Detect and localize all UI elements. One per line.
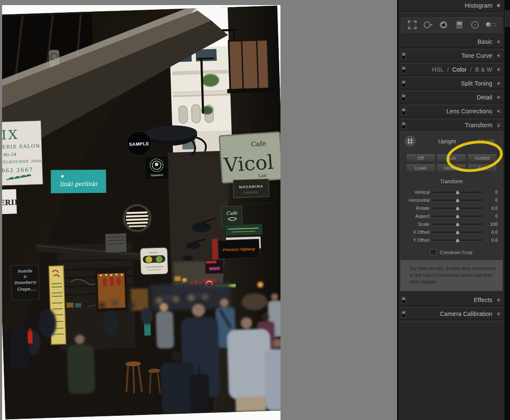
- svg-text:Crepe: Crepe: [17, 286, 31, 292]
- slider-value[interactable]: 100: [483, 222, 498, 227]
- upright-vertical-button[interactable]: Vertical: [437, 164, 466, 172]
- divider: [400, 319, 503, 322]
- panel-scrollbar-thumb[interactable]: [505, 10, 510, 27]
- slider-vertical: Vertical 0: [401, 188, 502, 196]
- panel-scrollbar-track[interactable]: [505, 0, 510, 420]
- slider-value[interactable]: 0.0: [483, 206, 498, 211]
- upright-full-button[interactable]: Full: [467, 164, 497, 172]
- panel-header-hsl-color-bw[interactable]: HSL / Color / B & W: [398, 64, 505, 75]
- upright-guided-button[interactable]: Guided: [467, 154, 497, 162]
- slider-value[interactable]: 0: [483, 214, 498, 219]
- slider-thumb[interactable]: [456, 190, 459, 194]
- slider-horizontal: Horizontal 0: [401, 196, 502, 204]
- hsl-separator: /: [470, 66, 472, 73]
- slider-track[interactable]: [433, 190, 483, 194]
- slider-thumb[interactable]: [456, 230, 459, 234]
- svg-text:&: &: [23, 275, 27, 279]
- hawkers-sign: Hawkers: [145, 156, 169, 179]
- svg-text:linki gerlinki: linki gerlinki: [60, 180, 98, 187]
- slider-track[interactable]: [433, 230, 483, 234]
- upright-level-button[interactable]: Level: [406, 164, 435, 172]
- slider-label: Vertical: [405, 190, 430, 195]
- panel-switch-toggle[interactable]: [401, 66, 406, 73]
- upright-grid-icon[interactable]: [405, 136, 416, 147]
- color-label[interactable]: Color: [452, 66, 467, 73]
- buho-goggles-sign: BUHO: [140, 248, 168, 275]
- transform-label: Transform: [465, 122, 492, 128]
- radial-filter-icon[interactable]: [469, 19, 481, 31]
- panel-header-tone-curve[interactable]: Tone Curve: [398, 50, 505, 61]
- hsl-label[interactable]: HSL: [432, 66, 444, 73]
- panel-header-transform[interactable]: Transform: [398, 119, 505, 131]
- slider-thumb[interactable]: [456, 222, 459, 226]
- slider-value[interactable]: 0: [483, 198, 498, 203]
- panel-header-split-toning[interactable]: Split Toning: [398, 78, 505, 89]
- slider-track[interactable]: [433, 222, 483, 226]
- slider-value[interactable]: 0: [483, 190, 498, 195]
- slider-track[interactable]: [433, 198, 483, 202]
- photo-canvas: IX PERIE SALON No 24 MELBOURNE 3000 662 …: [2, 5, 280, 420]
- panel-header-detail[interactable]: Detail: [398, 91, 505, 103]
- panel-header-histogram[interactable]: Histogram: [398, 0, 505, 11]
- upright-hint-text: For best results, enable lens correction…: [401, 260, 502, 291]
- slider-thumb[interactable]: [456, 206, 459, 210]
- panel-switch-toggle[interactable]: [401, 297, 406, 304]
- svg-text:SAMPLE: SAMPLE: [129, 141, 149, 147]
- madamima-sign: MADAMIMA COFFEE: [233, 179, 269, 198]
- collapse-left-icon: [495, 95, 502, 100]
- panel-switch-toggle[interactable]: [401, 94, 406, 101]
- slider-thumb[interactable]: [456, 214, 459, 218]
- slider-y-offset: Y Offset 0.0: [401, 236, 502, 244]
- expand-down-icon: [495, 123, 502, 128]
- upright-label: Upright: [416, 138, 478, 144]
- sample-sign: SAMPLE: [126, 131, 152, 156]
- detail-label: Detail: [477, 94, 492, 101]
- svg-text:Hawkers: Hawkers: [151, 173, 163, 177]
- red-eye-icon[interactable]: [438, 19, 449, 31]
- collapse-left-icon: [495, 109, 502, 114]
- svg-text:Lan: Lan: [258, 173, 267, 178]
- collapse-left-icon: [495, 39, 502, 44]
- panel-switch-toggle[interactable]: [401, 108, 406, 115]
- slider-track[interactable]: [433, 206, 483, 210]
- svg-text:mini: mini: [209, 265, 220, 272]
- bw-label[interactable]: B & W: [475, 66, 492, 73]
- panel-header-basic[interactable]: Basic: [398, 36, 505, 47]
- adjustment-brush-icon[interactable]: [485, 19, 497, 31]
- slider-thumb[interactable]: [456, 198, 459, 202]
- slider-track[interactable]: [433, 214, 483, 218]
- panel-content: Histogram: [398, 0, 505, 420]
- crop-overlay-icon[interactable]: [406, 19, 418, 31]
- transform-panel-body: Upright Update Off Auto Guided Level Ver…: [400, 131, 503, 291]
- panel-switch-toggle[interactable]: [401, 122, 406, 129]
- graduated-filter-icon[interactable]: [454, 19, 465, 31]
- tool-strip: [401, 17, 502, 32]
- spot-removal-icon[interactable]: [422, 19, 434, 31]
- slider-aspect: Aspect 0: [401, 212, 502, 220]
- svg-text:Cafe: Cafe: [226, 210, 238, 216]
- panel-switch-toggle[interactable]: [401, 80, 406, 87]
- svg-text:COFFEE: COFFEE: [244, 191, 258, 194]
- upright-off-button[interactable]: Off: [406, 154, 435, 162]
- svg-text:$10: $10: [30, 288, 36, 292]
- constrain-crop-label: Constrain Crop: [440, 250, 472, 255]
- slider-value[interactable]: 0.0: [483, 238, 498, 243]
- panel-header-camera-calibration[interactable]: Camera Calibration: [398, 308, 505, 319]
- slider-label: Horizontal: [405, 198, 430, 203]
- upright-auto-button[interactable]: Auto: [437, 154, 466, 162]
- slider-thumb[interactable]: [456, 238, 459, 242]
- panel-header-lens-corrections[interactable]: Lens Corrections: [398, 105, 505, 117]
- svg-text:662 2667: 662 2667: [2, 167, 33, 174]
- slider-label: X Offset: [405, 230, 430, 235]
- update-button[interactable]: Update: [478, 138, 498, 144]
- constrain-crop-checkbox[interactable]: [430, 249, 436, 255]
- panel-switch-toggle[interactable]: [401, 52, 406, 59]
- slider-track[interactable]: [433, 238, 483, 242]
- divider: [400, 11, 503, 13]
- slider-value[interactable]: 0.0: [483, 230, 498, 235]
- photo-rotated-content: IX PERIE SALON No 24 MELBOURNE 3000 662 …: [2, 5, 280, 419]
- salon-sign: IX PERIE SALON No 24 MELBOURNE 3000 662 …: [2, 121, 43, 186]
- panel-header-effects[interactable]: Effects: [398, 294, 505, 305]
- panel-switch-toggle[interactable]: [401, 310, 406, 318]
- collapse-left-icon: [495, 53, 502, 58]
